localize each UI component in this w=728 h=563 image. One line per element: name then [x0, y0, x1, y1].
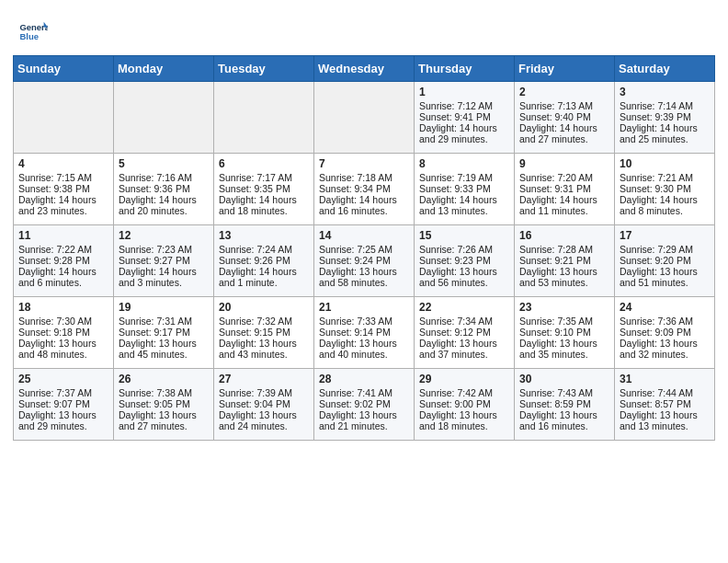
- calendar-day-cell: 18Sunrise: 7:30 AMSunset: 9:18 PMDayligh…: [14, 297, 114, 369]
- day-info-line: and 51 minutes.: [620, 277, 710, 288]
- calendar-day-cell: 3Sunrise: 7:14 AMSunset: 9:39 PMDaylight…: [615, 82, 715, 154]
- calendar-day-cell: 14Sunrise: 7:25 AMSunset: 9:24 PMDayligh…: [314, 225, 415, 297]
- day-info-line: and 13 minutes.: [419, 205, 509, 216]
- day-number: 28: [319, 373, 409, 385]
- day-info-line: Daylight: 13 hours: [319, 409, 409, 420]
- day-number: 3: [620, 86, 710, 98]
- day-info-line: Daylight: 13 hours: [319, 266, 409, 277]
- day-info-line: Sunset: 9:18 PM: [18, 327, 108, 338]
- day-number: 13: [219, 229, 309, 242]
- calendar-day-cell: 8Sunrise: 7:19 AMSunset: 9:33 PMDaylight…: [415, 154, 515, 225]
- day-info-line: Daylight: 13 hours: [419, 266, 509, 277]
- calendar-week-row: 11Sunrise: 7:22 AMSunset: 9:28 PMDayligh…: [14, 225, 715, 297]
- day-info-line: and 8 minutes.: [620, 205, 710, 216]
- day-info-line: Daylight: 13 hours: [620, 409, 710, 420]
- calendar-day-cell: 12Sunrise: 7:23 AMSunset: 9:27 PMDayligh…: [114, 225, 214, 297]
- day-of-week-header: Sunday: [14, 56, 114, 82]
- day-info-line: Sunset: 9:15 PM: [219, 327, 309, 338]
- day-info-line: Sunset: 9:02 PM: [319, 398, 409, 409]
- day-info-line: Sunset: 9:10 PM: [519, 327, 609, 338]
- logo: General Blue: [18, 17, 48, 46]
- day-info-line: and 29 minutes.: [419, 133, 509, 144]
- day-info-line: Daylight: 14 hours: [419, 122, 509, 133]
- calendar-day-cell: 1Sunrise: 7:12 AMSunset: 9:41 PMDaylight…: [415, 82, 515, 154]
- day-info-line: Sunrise: 7:32 AM: [219, 316, 309, 327]
- day-info-line: and 3 minutes.: [119, 277, 209, 288]
- calendar-body: 1Sunrise: 7:12 AMSunset: 9:41 PMDaylight…: [14, 82, 715, 441]
- day-info-line: Sunrise: 7:28 AM: [519, 244, 609, 255]
- day-info-line: Sunrise: 7:29 AM: [620, 244, 710, 255]
- day-number: 19: [119, 301, 209, 314]
- calendar-day-cell: 22Sunrise: 7:34 AMSunset: 9:12 PMDayligh…: [415, 297, 515, 369]
- day-info-line: and 24 minutes.: [219, 420, 309, 431]
- day-info-line: Sunset: 9:20 PM: [620, 255, 710, 266]
- day-info-line: and 18 minutes.: [219, 205, 309, 216]
- calendar-day-cell: 15Sunrise: 7:26 AMSunset: 9:23 PMDayligh…: [415, 225, 515, 297]
- day-info-line: Sunset: 9:05 PM: [119, 398, 209, 409]
- day-info-line: Daylight: 13 hours: [620, 338, 710, 349]
- day-info-line: Sunrise: 7:21 AM: [620, 172, 710, 183]
- day-info-line: Sunset: 9:38 PM: [18, 183, 108, 194]
- day-number: 6: [219, 157, 309, 170]
- calendar-week-row: 4Sunrise: 7:15 AMSunset: 9:38 PMDaylight…: [14, 154, 715, 225]
- day-info-line: and 29 minutes.: [18, 420, 108, 431]
- day-number: 31: [620, 373, 710, 385]
- day-info-line: Daylight: 14 hours: [219, 194, 309, 205]
- day-info-line: and 48 minutes.: [18, 349, 108, 360]
- day-info-line: Sunset: 8:59 PM: [519, 398, 609, 409]
- day-info-line: Daylight: 14 hours: [519, 194, 609, 205]
- day-info-line: Sunrise: 7:15 AM: [18, 172, 108, 183]
- calendar-day-cell: 13Sunrise: 7:24 AMSunset: 9:26 PMDayligh…: [214, 225, 314, 297]
- day-info-line: Daylight: 13 hours: [519, 409, 609, 420]
- day-number: 20: [219, 301, 309, 314]
- day-number: 14: [319, 229, 409, 242]
- calendar-day-cell: 9Sunrise: 7:20 AMSunset: 9:31 PMDaylight…: [515, 154, 615, 225]
- day-number: 1: [419, 86, 509, 98]
- calendar-day-cell: 29Sunrise: 7:42 AMSunset: 9:00 PMDayligh…: [415, 369, 515, 441]
- day-info-line: Sunset: 9:41 PM: [419, 111, 509, 122]
- day-info-line: and 11 minutes.: [519, 205, 609, 216]
- day-number: 30: [519, 373, 609, 385]
- day-info-line: Sunrise: 7:35 AM: [519, 316, 609, 327]
- day-info-line: Sunrise: 7:33 AM: [319, 316, 409, 327]
- calendar-week-row: 18Sunrise: 7:30 AMSunset: 9:18 PMDayligh…: [14, 297, 715, 369]
- day-of-week-header: Friday: [515, 56, 615, 82]
- day-info-line: Sunrise: 7:30 AM: [18, 316, 108, 327]
- day-info-line: and 35 minutes.: [519, 349, 609, 360]
- day-of-week-header: Monday: [114, 56, 214, 82]
- day-info-line: Daylight: 13 hours: [119, 409, 209, 420]
- day-info-line: Sunset: 9:00 PM: [419, 398, 509, 409]
- day-info-line: Daylight: 13 hours: [519, 266, 609, 277]
- day-info-line: Daylight: 14 hours: [620, 194, 710, 205]
- day-info-line: Sunset: 9:40 PM: [519, 111, 609, 122]
- day-info-line: Daylight: 13 hours: [18, 409, 108, 420]
- day-info-line: Daylight: 13 hours: [519, 338, 609, 349]
- day-info-line: Sunrise: 7:26 AM: [419, 244, 509, 255]
- day-info-line: Daylight: 13 hours: [219, 338, 309, 349]
- day-info-line: Sunrise: 7:44 AM: [620, 387, 710, 398]
- day-number: 18: [18, 301, 108, 314]
- calendar-day-cell: 2Sunrise: 7:13 AMSunset: 9:40 PMDaylight…: [515, 82, 615, 154]
- calendar-day-cell: 31Sunrise: 7:44 AMSunset: 8:57 PMDayligh…: [615, 369, 715, 441]
- day-info-line: Sunrise: 7:24 AM: [219, 244, 309, 255]
- day-info-line: Daylight: 14 hours: [519, 122, 609, 133]
- day-number: 25: [18, 373, 108, 385]
- day-info-line: and 16 minutes.: [519, 420, 609, 431]
- day-info-line: Daylight: 14 hours: [119, 266, 209, 277]
- calendar-day-cell: 19Sunrise: 7:31 AMSunset: 9:17 PMDayligh…: [114, 297, 214, 369]
- day-info-line: Sunset: 9:30 PM: [620, 183, 710, 194]
- calendar-day-cell: 24Sunrise: 7:36 AMSunset: 9:09 PMDayligh…: [615, 297, 715, 369]
- day-info-line: and 53 minutes.: [519, 277, 609, 288]
- day-info-line: and 23 minutes.: [18, 205, 108, 216]
- day-info-line: and 45 minutes.: [119, 349, 209, 360]
- day-info-line: Sunset: 9:26 PM: [219, 255, 309, 266]
- calendar-week-row: 1Sunrise: 7:12 AMSunset: 9:41 PMDaylight…: [14, 82, 715, 154]
- day-info-line: Sunrise: 7:43 AM: [519, 387, 609, 398]
- day-info-line: and 43 minutes.: [219, 349, 309, 360]
- day-info-line: Sunrise: 7:39 AM: [219, 387, 309, 398]
- day-info-line: Sunrise: 7:18 AM: [319, 172, 409, 183]
- calendar-day-cell: 17Sunrise: 7:29 AMSunset: 9:20 PMDayligh…: [615, 225, 715, 297]
- day-number: 12: [119, 229, 209, 242]
- day-info-line: Daylight: 13 hours: [219, 409, 309, 420]
- day-info-line: Sunset: 9:07 PM: [18, 398, 108, 409]
